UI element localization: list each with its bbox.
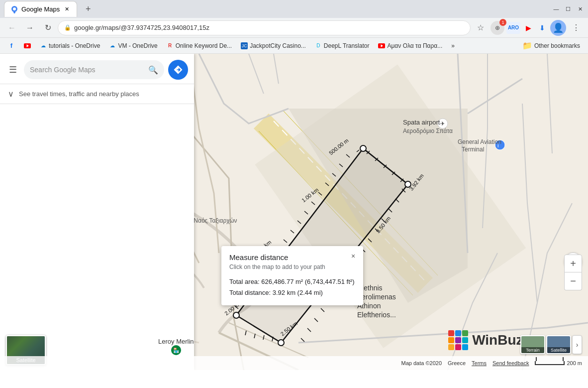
bookmark-other[interactable]: 📁 Other bookmarks [518, 39, 584, 52]
onedrive-icon: ☁ [40, 42, 47, 49]
layer-expand-button[interactable]: › [572, 335, 582, 354]
profile-extension[interactable]: ⊕ 1 [490, 21, 504, 35]
measure-distance-text: Total distance: 3.92 km (2.44 mi) [229, 287, 355, 298]
measure-area-text: Total area: 626,486.77 m² (6,743,447.51 … [229, 276, 355, 287]
zoom-in-button[interactable]: + [564, 255, 582, 272]
svg-text:✈: ✈ [440, 121, 445, 127]
svg-point-14 [278, 340, 284, 346]
sidebar: ☰ Search Google Maps 🔍 ∨ See travel time… [0, 54, 194, 370]
tab-close-button[interactable]: ✕ [63, 5, 71, 13]
video-extension[interactable]: ▶ [522, 22, 534, 34]
aro-extension[interactable]: ARO [506, 22, 520, 34]
general-aviation-label: General Aviation [458, 138, 501, 145]
map-feedback-link[interactable]: Send feedback [492, 360, 529, 366]
maximize-button[interactable]: ☐ [564, 5, 572, 13]
zoom-out-button[interactable]: − [564, 272, 582, 290]
spata-airport-greek: Αεροδρόμιο Σπάτα [403, 128, 453, 134]
bookmark-youtube[interactable] [20, 39, 35, 52]
other-bookmarks-label: Other bookmarks [534, 42, 580, 49]
airport-intl-label4: Eleftherios... [357, 311, 396, 319]
folder-icon: 📁 [522, 41, 532, 50]
scale-label: 200 m [567, 360, 582, 366]
layer-satellite-button[interactable]: Satellite [546, 335, 571, 354]
directions-icon [173, 65, 183, 75]
security-lock-icon: 🔒 [64, 24, 71, 31]
layer-satellite-label: Satellite [547, 347, 570, 353]
svg-point-1 [13, 7, 16, 10]
svg-point-15 [233, 312, 239, 318]
layer-terrain-button[interactable]: Terrain [520, 335, 545, 354]
svg-point-2 [13, 10, 15, 13]
bookmark-star-button[interactable]: ☆ [473, 20, 489, 36]
bookmark-deepl[interactable]: D DeepL Translator [311, 39, 374, 52]
spata-airport-label: Spata airport [403, 119, 440, 126]
search-submit-icon[interactable]: 🔍 [148, 65, 158, 75]
zoom-controls: + − [564, 255, 582, 290]
download-extension[interactable]: ⬇ [536, 22, 548, 34]
facebook-icon: f [8, 42, 15, 49]
bookmark-onedrive-tutorials[interactable]: ☁ tutorials - OneDrive [36, 39, 104, 52]
measure-dialog-subtitle: Click on the map to add to your path [229, 263, 355, 270]
youtube-icon [24, 42, 31, 49]
bookmark-label: Online Keyword De... [176, 42, 232, 49]
travel-text: See travel times, traffic and nearby pla… [19, 90, 139, 98]
scale-bar-container: 200 m [535, 360, 582, 366]
onedrive-icon-2: ☁ [109, 42, 116, 49]
sidebar-menu-button[interactable]: ☰ [6, 63, 20, 77]
map-footer: Map data ©2020 Greece Terms Send feedbac… [0, 356, 588, 370]
new-tab-button[interactable]: + [81, 2, 95, 16]
bookmark-label: DeepL Translator [324, 42, 370, 49]
svg-point-12 [360, 145, 366, 151]
address-bar[interactable]: 🔒 google.gr/maps/@37.9374725,23.9408017,… [58, 20, 471, 35]
bookmark-label: Αμαν Ολα τα Παρα... [387, 42, 442, 49]
close-button[interactable]: ✕ [576, 5, 584, 13]
leroy-merlin-icon: 🏪 [171, 345, 181, 355]
measure-dialog: × Measure distance Click on the map to a… [221, 246, 363, 305]
tab-label: Google Maps [21, 5, 60, 13]
bookmark-facebook[interactable]: f [4, 39, 19, 52]
title-bar: Google Maps ✕ + — ☐ ✕ [0, 0, 588, 18]
aman-icon [378, 42, 385, 49]
layer-terrain-label: Terrain [521, 347, 544, 353]
extension-badge: 1 [499, 19, 506, 26]
jackpot-icon: JC [241, 42, 248, 49]
minimize-button[interactable]: — [552, 5, 560, 13]
deepl-icon: D [315, 42, 322, 49]
bookmarks-bar: f ☁ tutorials - OneDrive ☁ VM - OneDrive… [0, 38, 588, 54]
gmaps-favicon [10, 5, 18, 13]
nav-bar: ← → ↻ 🔒 google.gr/maps/@37.9374725,23.94… [0, 18, 588, 38]
search-input-wrapper[interactable]: Search Google Maps 🔍 [24, 60, 164, 79]
bookmark-label: tutorials - OneDrive [49, 42, 100, 49]
measure-dialog-title: Measure distance [229, 253, 355, 261]
terminal-label: Terminal [462, 146, 484, 153]
scale-bar [535, 361, 565, 365]
browser-tab[interactable]: Google Maps ✕ [4, 1, 77, 17]
travel-chevron-icon: ∨ [8, 89, 14, 99]
refresh-button[interactable]: ↻ [40, 20, 56, 36]
sidebar-search-area: ☰ Search Google Maps 🔍 [0, 54, 194, 84]
bookmark-label: VM - OneDrive [118, 42, 157, 49]
directions-button[interactable] [168, 60, 188, 80]
keyword-icon: R [167, 42, 174, 49]
more-bookmarks-icon: » [451, 42, 455, 49]
map-terms-link[interactable]: Terms [472, 360, 487, 366]
back-button[interactable]: ← [4, 20, 20, 36]
bookmark-more[interactable]: » [447, 39, 459, 52]
forward-button[interactable]: → [22, 20, 38, 36]
search-placeholder-text: Search Google Maps [30, 66, 144, 74]
winbuzzer-blocks [448, 330, 468, 350]
bookmark-label: JackpotCity Casino... [250, 42, 306, 49]
leroy-merlin-label: Leroy Merlin [158, 338, 194, 345]
map-country: Greece [448, 360, 466, 366]
measure-close-button[interactable]: × [347, 250, 359, 262]
bookmark-keyword[interactable]: R Online Keyword De... [163, 39, 236, 52]
bookmark-jackpot[interactable]: JC JackpotCity Casino... [237, 39, 310, 52]
url-text: google.gr/maps/@37.9374725,23.9408017,15… [74, 24, 464, 31]
leroy-merlin-marker[interactable]: Leroy Merlin 🏪 [158, 338, 194, 355]
map-container[interactable]: 500.00 m 1.00 km 1.50 km 2.00 km 2.50 km… [0, 54, 588, 370]
bookmark-onedrive-vm[interactable]: ☁ VM - OneDrive [105, 39, 161, 52]
sidebar-travel-info[interactable]: ∨ See travel times, traffic and nearby p… [0, 84, 194, 104]
account-avatar[interactable]: 👤 [550, 20, 566, 36]
menu-button[interactable]: ⋮ [568, 20, 584, 36]
bookmark-aman[interactable]: Αμαν Ολα τα Παρα... [374, 39, 446, 52]
